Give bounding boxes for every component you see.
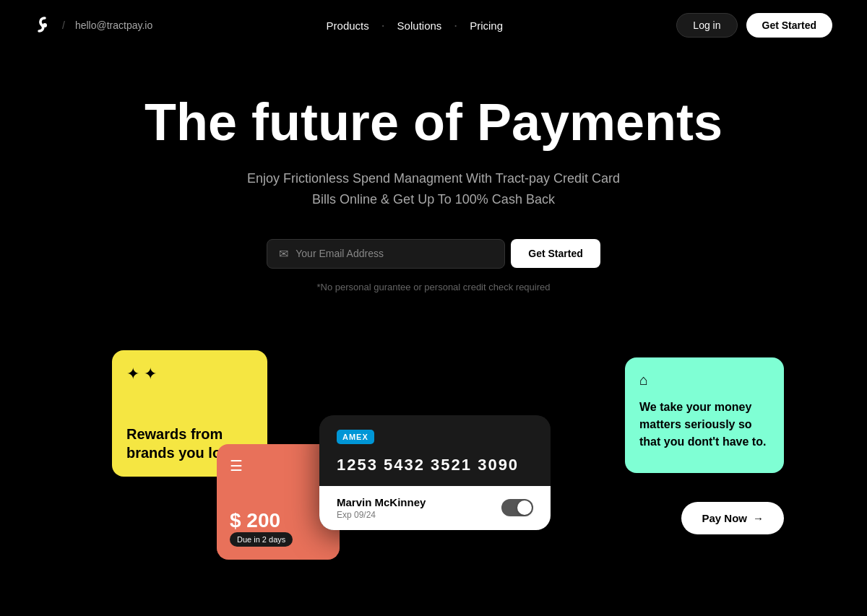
email-signup-row: ✉ Get Started [14, 239, 853, 269]
credit-card-bottom: Marvin McKinney Exp 09/24 [319, 486, 551, 530]
get-started-nav-button[interactable]: Get Started [746, 13, 832, 38]
login-button[interactable]: Log in [676, 13, 737, 38]
bill-amount: $ 200 [230, 509, 327, 532]
nav-dot-2: • [454, 22, 457, 29]
get-started-hero-button[interactable]: Get Started [511, 239, 600, 268]
nav-link-pricing[interactable]: Pricing [470, 19, 503, 32]
credit-card: AMEX 1253 5432 3521 3090 Marvin McKinney… [319, 415, 551, 530]
house-icon: ⌂ [639, 372, 769, 389]
nav-slash: / [62, 19, 65, 31]
credit-card-top: AMEX 1253 5432 3521 3090 [319, 415, 551, 486]
email-input-wrap: ✉ [267, 239, 505, 269]
nav-link-solutions[interactable]: Solutions [397, 19, 442, 32]
hero-subline: Enjoy Frictionless Spend Managment With … [14, 168, 853, 210]
sparkle-icon: ✦ ✦ [126, 365, 253, 383]
card-toggle[interactable] [501, 499, 533, 516]
mint-text: We take your money matters seriously so … [639, 399, 769, 451]
disclaimer-text: *No personal gurantee or personal credit… [14, 282, 853, 292]
hero-section: The future of Payments Enjoy Frictionles… [0, 51, 867, 343]
cards-section: ✦ ✦ Rewards from brands you love. ☰ $ 20… [0, 350, 867, 596]
arrow-icon: → [753, 512, 764, 524]
email-input[interactable] [296, 248, 493, 259]
card-expiry: Exp 09/24 [337, 510, 426, 520]
mint-card: ⌂ We take your money matters seriously s… [625, 357, 784, 473]
bill-icon: ☰ [230, 457, 327, 474]
nav-link-products[interactable]: Products [327, 19, 369, 32]
nav-dot-1: • [382, 22, 384, 29]
hero-headline: The future of Payments [14, 94, 853, 151]
nav-left: / hello@tractpay.io [35, 15, 152, 35]
amex-badge: AMEX [337, 430, 374, 444]
card-holder-name: Marvin McKinney [337, 496, 426, 508]
logo-icon [35, 15, 55, 35]
pay-now-button[interactable]: Pay Now → [681, 502, 784, 534]
toggle-knob [517, 500, 532, 515]
card-number: 1253 5432 3521 3090 [337, 456, 533, 474]
nav-center: Products • Solutions • Pricing [327, 19, 503, 32]
email-icon: ✉ [279, 247, 288, 261]
bill-due-badge: Due in 2 days [230, 532, 293, 547]
svg-point-0 [43, 23, 47, 27]
nav-right: Log in Get Started [676, 13, 832, 38]
nav-email: hello@tractpay.io [75, 19, 152, 31]
navbar: / hello@tractpay.io Products • Solutions… [0, 0, 867, 51]
